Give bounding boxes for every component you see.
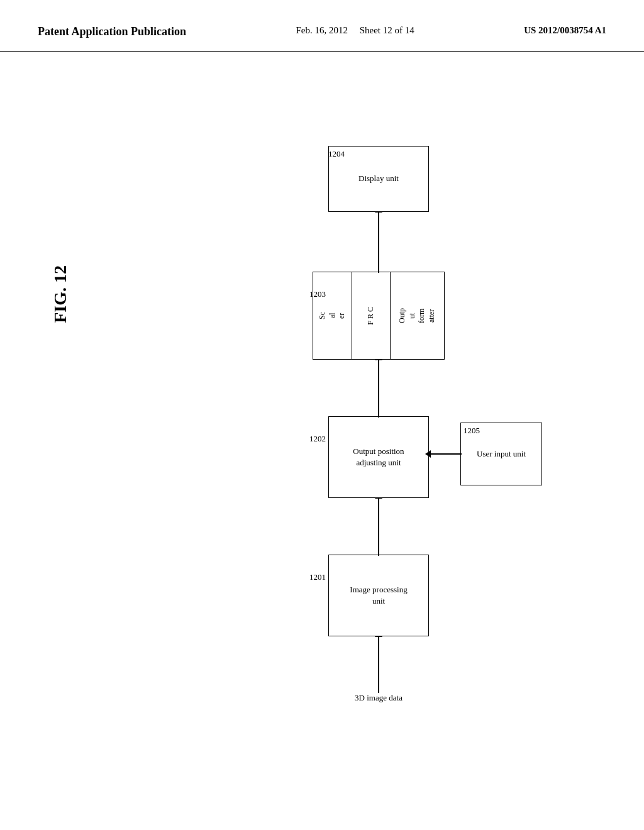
arrow-1202-to-1203 — [378, 360, 379, 418]
ref-1204: 1204 — [328, 149, 345, 159]
ref-1202: 1202 — [309, 434, 326, 444]
page-content: FIG. 12 3D image data Image processing u… — [0, 52, 644, 825]
patent-number: US 2012/0038754 A1 — [524, 25, 606, 36]
publication-title: Patent Application Publication — [38, 25, 186, 38]
arrow-1205-to-1202 — [430, 453, 462, 455]
page-header: Patent Application Publication Feb. 16, … — [0, 0, 644, 52]
frc-label: F R C — [366, 307, 375, 325]
arrow-1203-to-1204 — [378, 212, 379, 273]
output-formatter-sub-box: Outp ut form atter — [391, 272, 444, 359]
output-formatter-label: Outp ut form atter — [397, 308, 436, 323]
ref-1201: 1201 — [309, 572, 326, 582]
arrow-1201-to-1202 — [378, 498, 379, 556]
ref-1205: 1205 — [464, 426, 480, 436]
scaler-sub-box: Sc al er — [313, 272, 352, 359]
output-position-adjusting-unit-box: Output position adjusting unit — [328, 416, 429, 498]
group-1203-box: Sc al er F R C Outp ut form atter — [313, 272, 445, 360]
ref-1203: 1203 — [309, 289, 326, 299]
arrow-input-to-1201 — [378, 636, 379, 693]
sheet-info: Sheet 12 of 14 — [360, 25, 414, 35]
frc-sub-box: F R C — [352, 272, 391, 359]
input-label: 3D image data — [347, 693, 410, 703]
block-diagram: 3D image data Image processing unit 1201… — [303, 89, 567, 781]
figure-label: FIG. 12 — [50, 265, 70, 323]
header-center: Feb. 16, 2012 Sheet 12 of 14 — [296, 25, 414, 36]
scaler-label: Sc al er — [318, 312, 347, 319]
image-processing-unit-box: Image processing unit — [328, 555, 429, 636]
publication-date: Feb. 16, 2012 — [296, 25, 348, 35]
